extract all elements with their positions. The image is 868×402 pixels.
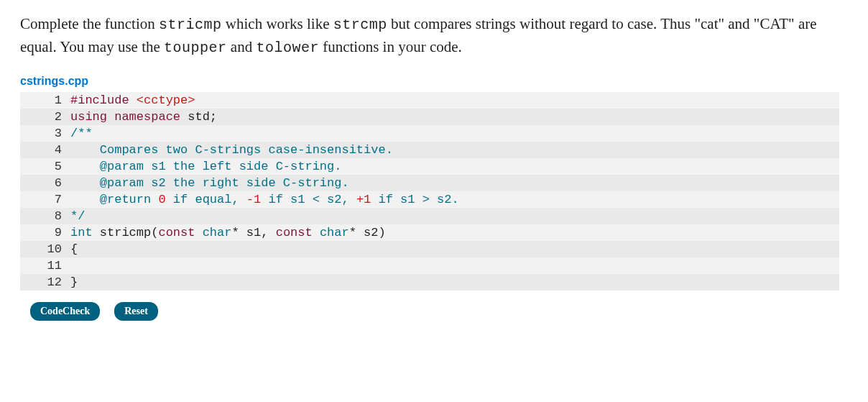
code-line[interactable]: 6 @param s2 the right side C-string.: [20, 175, 839, 191]
code-content[interactable]: @param s2 the right side C-string.: [70, 175, 839, 191]
code-line[interactable]: 11: [20, 257, 839, 274]
reset-button[interactable]: Reset: [114, 302, 158, 321]
line-number: 2: [20, 109, 70, 125]
code-token: 0: [158, 193, 165, 206]
code-token: int: [70, 226, 100, 239]
prompt-text: and: [227, 38, 257, 55]
line-number: 1: [20, 92, 70, 109]
code-content[interactable]: {: [70, 241, 839, 257]
code-token: */: [70, 209, 85, 223]
prompt-text: Complete the function: [20, 15, 159, 32]
inline-code: toupper: [164, 40, 227, 56]
code-token: char: [203, 226, 232, 239]
code-token: @param s2 the right side C-string.: [70, 176, 349, 190]
line-number: 4: [20, 142, 70, 158]
code-content[interactable]: using namespace std;: [70, 109, 839, 125]
line-number: 9: [20, 224, 70, 241]
prompt-text: which works like: [222, 15, 333, 32]
code-content[interactable]: [70, 257, 839, 274]
line-number: 10: [20, 241, 70, 257]
line-number: 5: [20, 158, 70, 175]
code-line[interactable]: 1#include <cctype>: [20, 92, 839, 109]
code-line[interactable]: 2using namespace std;: [20, 109, 839, 125]
code-line[interactable]: 3/**: [20, 125, 839, 142]
code-token: using: [70, 110, 114, 124]
code-token: namespace: [114, 110, 188, 124]
code-token: #include: [70, 93, 137, 107]
code-token: {: [70, 242, 78, 256]
inline-code: strcmp: [333, 17, 387, 33]
inline-code: stricmp: [159, 17, 222, 33]
code-content[interactable]: Compares two C-strings case-insensitive.: [70, 142, 839, 158]
code-token: stricmp(: [100, 226, 159, 239]
code-token: Compares two C-strings case-insensitive.: [70, 143, 393, 157]
code-token: @param s1 the left side C-string.: [70, 160, 341, 173]
code-token: }: [70, 275, 78, 289]
button-row: CodeCheck Reset: [20, 302, 848, 321]
source-filename: cstrings.cpp: [20, 75, 848, 88]
line-number: 3: [20, 125, 70, 142]
code-token: const: [276, 226, 320, 239]
code-line[interactable]: 7 @return 0 if equal, -1 if s1 < s2, +1 …: [20, 191, 839, 208]
code-token: * s1,: [231, 226, 275, 239]
code-content[interactable]: int stricmp(const char* s1, const char* …: [70, 224, 839, 241]
code-line[interactable]: 8*/: [20, 208, 839, 224]
code-line[interactable]: 5 @param s1 the left side C-string.: [20, 158, 839, 175]
code-content[interactable]: */: [70, 208, 839, 224]
code-token: /**: [70, 127, 93, 140]
code-content[interactable]: }: [70, 274, 839, 291]
inline-code: tolower: [256, 40, 319, 56]
code-line[interactable]: 10{: [20, 241, 839, 257]
code-content[interactable]: #include <cctype>: [70, 92, 839, 109]
code-token: -1: [246, 193, 261, 206]
line-number: 8: [20, 208, 70, 224]
codecheck-button[interactable]: CodeCheck: [30, 302, 100, 321]
code-token: <cctype>: [137, 93, 195, 107]
code-token: std;: [188, 110, 217, 124]
code-line[interactable]: 4 Compares two C-strings case-insensitiv…: [20, 142, 839, 158]
code-line[interactable]: 12}: [20, 274, 839, 291]
code-token: char: [320, 226, 349, 239]
code-token: if s1 < s2,: [261, 193, 356, 206]
code-content[interactable]: @param s1 the left side C-string.: [70, 158, 839, 175]
code-token: * s2): [349, 226, 386, 239]
line-number: 12: [20, 274, 70, 291]
code-token: +1: [356, 193, 371, 206]
code-token: if s1 > s2.: [371, 193, 458, 206]
code-token: if equal,: [166, 193, 246, 206]
code-token: @return: [70, 193, 158, 206]
code-content[interactable]: /**: [70, 125, 839, 142]
code-line[interactable]: 9int stricmp(const char* s1, const char*…: [20, 224, 839, 241]
code-editor[interactable]: 1#include <cctype>2using namespace std;3…: [20, 92, 839, 291]
line-number: 11: [20, 257, 70, 274]
problem-statement: Complete the function stricmp which work…: [20, 13, 848, 59]
code-content[interactable]: @return 0 if equal, -1 if s1 < s2, +1 if…: [70, 191, 839, 208]
prompt-text: functions in your code.: [319, 38, 462, 55]
code-token: const: [158, 226, 202, 239]
line-number: 7: [20, 191, 70, 208]
line-number: 6: [20, 175, 70, 191]
